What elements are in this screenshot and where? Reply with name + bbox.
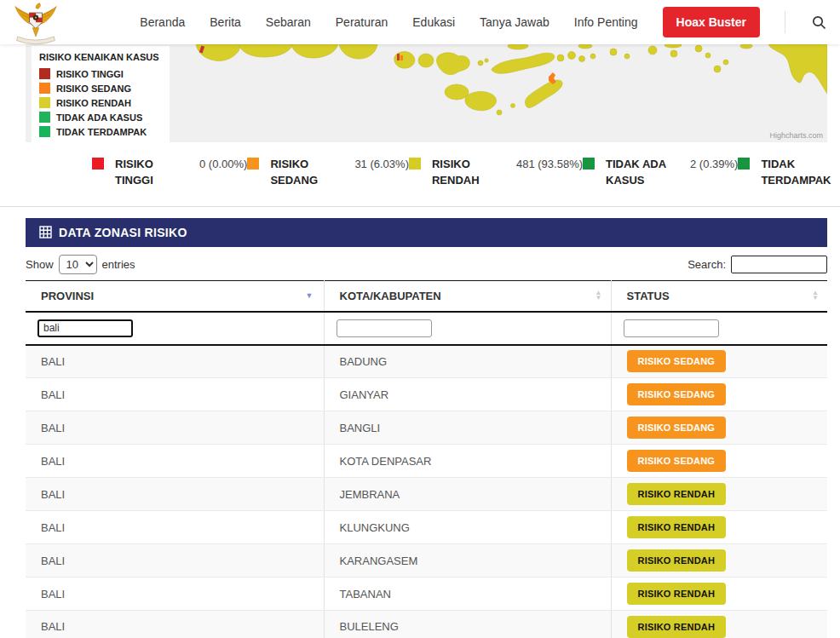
table-row: BALIKLUNGKUNGRISIKO RENDAH (26, 511, 827, 544)
table-row: BALITABANANRISIKO RENDAH (26, 578, 827, 611)
cell-kota: KOTA DENPASAR (324, 445, 611, 478)
table-search-input[interactable] (731, 256, 827, 273)
risk-summary-row: RISIKO TINGGI0 (0.00%)RISIKO SEDANG31 (6… (26, 142, 814, 198)
summary-item: TIDAK ADA KASUS2 (0.39%) (583, 157, 738, 189)
nav-divider (785, 11, 785, 33)
cell-kota: BANGLI (324, 411, 611, 445)
hoax-buster-button[interactable]: Hoax Buster (663, 7, 760, 37)
status-badge: RISIKO RENDAH (627, 549, 727, 572)
cell-status: RISIKO SEDANG (611, 445, 827, 478)
nav-item-berita[interactable]: Berita (210, 15, 241, 29)
map-legend-item: RISIKO RENDAH (39, 97, 159, 108)
table-row: BALIBANGLIRISIKO SEDANG (26, 411, 827, 445)
legend-swatch (39, 68, 50, 79)
status-badge: RISIKO RENDAH (627, 483, 727, 505)
table-controls: Show 10 entries Search: (26, 255, 827, 274)
section-divider (0, 206, 840, 207)
table-grid-icon (39, 226, 52, 239)
risk-map-section: RISIKO KENAIKAN KASUS RISIKO TINGGIRISIK… (26, 44, 827, 142)
summary-label: RISIKO SEDANG (270, 157, 343, 189)
column-header-provinsi[interactable]: PROVINSI ▼ (26, 280, 324, 312)
summary-label: TIDAK TERDAMPAK (761, 157, 834, 189)
garuda-pancasila-logo[interactable] (12, 2, 60, 48)
map-legend-item: RISIKO TINGGI (39, 68, 159, 79)
sort-icon[interactable]: ▲▼ (812, 290, 819, 301)
status-badge: RISIKO SEDANG (627, 450, 727, 472)
legend-label: TIDAK ADA KASUS (56, 112, 142, 123)
top-navbar: BerandaBeritaSebaranPeraturanEdukasiTany… (0, 0, 840, 44)
summary-swatch (409, 158, 421, 170)
map-legend-items: RISIKO TINGGIRISIKO SEDANGRISIKO RENDAHT… (39, 68, 159, 137)
cell-kota: BULELENG (324, 611, 611, 638)
summary-label: RISIKO TINGGI (115, 157, 188, 189)
cell-kota: JEMBRANA (324, 478, 611, 511)
cell-provinsi: BALI (26, 578, 324, 611)
table-row: BALIGIANYARRISIKO SEDANG (26, 378, 827, 411)
sort-desc-icon[interactable]: ▼ (306, 291, 314, 300)
table-search-control: Search: (688, 256, 827, 273)
cell-status: RISIKO SEDANG (611, 378, 827, 411)
nav-item-sebaran[interactable]: Sebaran (266, 15, 311, 29)
cell-kota: KARANGASEM (324, 544, 611, 578)
table-row: BALIKOTA DENPASARRISIKO SEDANG (26, 445, 827, 478)
nav-item-beranda[interactable]: Beranda (140, 15, 185, 29)
search-label: Search: (688, 258, 726, 271)
map-legend-title: RISIKO KENAIKAN KASUS (39, 52, 159, 62)
nav-item-edukasi[interactable]: Edukasi (412, 15, 455, 29)
cell-kota: KLUNGKUNG (324, 511, 611, 544)
summary-item: RISIKO TINGGI0 (0.00%) (92, 157, 247, 189)
cell-status: RISIKO RENDAH (611, 478, 827, 511)
panel-title: DATA ZONASI RISIKO (59, 226, 187, 239)
entries-label: entries (102, 258, 135, 271)
cell-provinsi: BALI (26, 511, 324, 544)
cell-status: RISIKO RENDAH (611, 578, 827, 611)
legend-swatch (39, 83, 50, 94)
summary-item: TIDAK TERDAMPAK0 (0.00%) (738, 157, 840, 189)
cell-kota: GIANYAR (324, 378, 611, 411)
legend-label: RISIKO RENDAH (56, 98, 131, 108)
summary-label: RISIKO RENDAH (432, 157, 505, 189)
status-badge: RISIKO RENDAH (627, 616, 727, 638)
sort-icon[interactable]: ▲▼ (595, 290, 602, 301)
summary-value: 31 (6.03%) (354, 158, 409, 170)
summary-swatch (247, 158, 259, 170)
highcharts-credit[interactable]: Highcharts.com (769, 131, 823, 140)
nav-item-tanya-jawab[interactable]: Tanya Jawab (480, 15, 549, 29)
map-legend-item: RISIKO SEDANG (39, 83, 159, 94)
status-badge: RISIKO RENDAH (627, 583, 727, 605)
cell-kota: TABANAN (324, 578, 611, 611)
nav-item-info-penting[interactable]: Info Penting (574, 15, 638, 29)
cell-provinsi: BALI (26, 378, 324, 411)
status-badge: RISIKO SEDANG (627, 417, 727, 439)
page-size-select[interactable]: 10 (59, 255, 97, 274)
cell-status: RISIKO SEDANG (611, 345, 827, 378)
summary-value: 2 (0.39%) (690, 158, 738, 170)
column-header-kota[interactable]: KOTA/KABUPATEN ▲▼ (324, 280, 611, 312)
summary-item: RISIKO SEDANG31 (6.03%) (247, 157, 409, 189)
cell-provinsi: BALI (26, 478, 324, 511)
cell-provinsi: BALI (26, 544, 324, 578)
legend-swatch (39, 126, 50, 137)
filter-status-input[interactable] (624, 319, 719, 337)
table-filter-row (26, 312, 827, 345)
cell-kota: BADUNG (324, 345, 611, 378)
legend-swatch (39, 112, 50, 123)
summary-swatch (92, 158, 104, 170)
nav-item-peraturan[interactable]: Peraturan (336, 15, 388, 29)
zonasi-table: PROVINSI ▼ KOTA/KABUPATEN ▲▼ STATUS ▲▼ B… (26, 280, 827, 638)
data-zonasi-panel-header: DATA ZONASI RISIKO (26, 218, 827, 247)
status-badge: RISIKO SEDANG (627, 383, 727, 405)
cell-status: RISIKO RENDAH (611, 511, 827, 544)
column-header-status[interactable]: STATUS ▲▼ (611, 280, 827, 312)
search-icon[interactable] (810, 14, 828, 32)
cell-status: RISIKO RENDAH (611, 544, 827, 578)
cell-provinsi: BALI (26, 411, 324, 445)
status-badge: RISIKO SEDANG (627, 350, 727, 372)
summary-item: RISIKO RENDAH481 (93.58%) (409, 157, 583, 189)
summary-value: 0 (0.00%) (199, 158, 247, 170)
filter-kota-input[interactable] (337, 319, 432, 337)
legend-label: RISIKO TINGGI (56, 69, 124, 79)
cell-provinsi: BALI (26, 611, 324, 638)
legend-swatch (39, 97, 50, 108)
filter-provinsi-input[interactable] (37, 319, 133, 337)
